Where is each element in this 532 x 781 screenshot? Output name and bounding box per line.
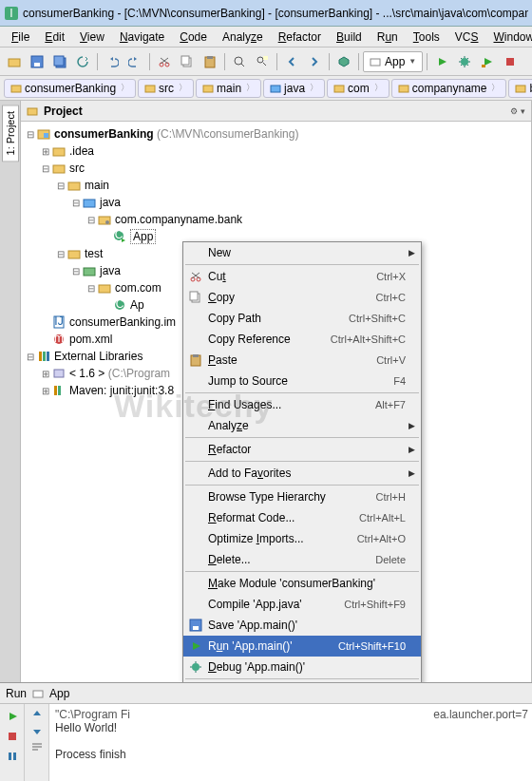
- context-item[interactable]: Debug 'App.main()': [183, 657, 421, 677]
- run-header-label: Run: [6, 687, 27, 700]
- dropdown-arrow-icon: ▼: [408, 57, 416, 66]
- library-icon: [51, 383, 66, 398]
- svg-rect-24: [334, 86, 344, 92]
- crumb-companyname[interactable]: companyname〉: [391, 79, 507, 98]
- run-icon: [187, 638, 204, 654]
- run-icon[interactable]: [431, 51, 452, 72]
- menu-file[interactable]: File: [4, 29, 37, 46]
- context-item[interactable]: CutCtrl+X: [183, 266, 421, 287]
- context-item[interactable]: Browse Type HierarchyCtrl+H: [183, 486, 421, 507]
- context-item[interactable]: Run 'App.main()'Ctrl+Shift+F10: [183, 636, 421, 657]
- svg-rect-20: [11, 86, 21, 92]
- menu-build[interactable]: Build: [329, 29, 370, 46]
- svg-rect-66: [33, 691, 43, 697]
- context-item[interactable]: CopyCtrl+C: [183, 287, 421, 308]
- debug-icon: [187, 659, 204, 675]
- forward-icon[interactable]: [304, 51, 325, 72]
- cut-icon: [187, 269, 204, 284]
- menu-code[interactable]: Code: [172, 29, 215, 46]
- redo-icon[interactable]: [124, 51, 145, 72]
- open-file-icon[interactable]: [4, 51, 25, 72]
- source-folder-icon: [82, 195, 97, 210]
- context-item[interactable]: Make Module 'consumerBanking': [183, 573, 421, 594]
- package-icon: [97, 280, 112, 295]
- back-icon[interactable]: [281, 51, 302, 72]
- crumb-src[interactable]: src〉: [138, 79, 194, 98]
- pause-icon[interactable]: [4, 748, 21, 765]
- svg-rect-41: [84, 268, 95, 276]
- tree-test-java: java: [100, 264, 121, 277]
- context-item[interactable]: Copy ReferenceCtrl+Alt+Shift+C: [183, 329, 421, 350]
- svg-rect-29: [28, 108, 37, 115]
- cut-icon[interactable]: [154, 51, 175, 72]
- context-item[interactable]: Save 'App.main()': [183, 615, 421, 636]
- menu-window[interactable]: Window: [485, 29, 532, 46]
- menu-navigate[interactable]: Navigate: [112, 29, 172, 46]
- svg-rect-32: [53, 148, 65, 156]
- folder-icon: [270, 83, 281, 94]
- menu-tools[interactable]: Tools: [406, 29, 447, 46]
- crumb-java[interactable]: java〉: [263, 79, 325, 98]
- context-item[interactable]: Optimize Imports...Ctrl+Alt+O: [183, 528, 421, 549]
- save-all-icon[interactable]: [49, 51, 70, 72]
- project-header-title: Project: [44, 105, 83, 118]
- context-item[interactable]: Reformat Code...Ctrl+Alt+L: [183, 507, 421, 528]
- menu-vcs[interactable]: VCS: [447, 29, 486, 46]
- crumb-com[interactable]: com〉: [327, 79, 390, 98]
- svg-rect-22: [203, 86, 213, 92]
- rerun-icon[interactable]: [4, 708, 21, 725]
- context-item[interactable]: Refactor▶: [183, 439, 421, 460]
- svg-point-37: [105, 220, 109, 224]
- crumb-bank[interactable]: bank〉: [508, 79, 532, 98]
- paste-icon[interactable]: [200, 51, 220, 72]
- blank-icon: [187, 245, 204, 260]
- wrap-icon[interactable]: [30, 740, 44, 753]
- menu-refactor[interactable]: Refactor: [271, 29, 329, 46]
- crumb-project[interactable]: consumerBanking〉: [4, 79, 136, 98]
- sync-icon[interactable]: [72, 51, 93, 72]
- blank-icon: [187, 510, 204, 525]
- menu-view[interactable]: View: [72, 29, 112, 46]
- svg-text:I: I: [10, 7, 12, 20]
- context-item[interactable]: New▶: [183, 242, 421, 263]
- project-tool-button[interactable]: 1: Project: [2, 105, 19, 162]
- context-item[interactable]: Add to Favorites▶: [183, 463, 421, 484]
- tree-test-pkg: com.com: [115, 281, 162, 295]
- context-item[interactable]: Delete...Delete: [183, 549, 421, 570]
- context-item[interactable]: Compile 'App.java'Ctrl+Shift+F9: [183, 594, 421, 615]
- copy-icon[interactable]: [177, 51, 198, 72]
- svg-rect-67: [9, 733, 16, 740]
- settings-dropdown-icon[interactable]: ⚙ ▾: [510, 106, 525, 116]
- make-icon[interactable]: [333, 51, 354, 72]
- svg-rect-21: [145, 86, 155, 92]
- tree-src: src: [69, 162, 85, 175]
- svg-rect-50: [43, 352, 46, 361]
- svg-rect-49: [39, 352, 42, 361]
- console-output[interactable]: "C:\Program Fiea.launcher.port=7 Hello W…: [49, 704, 532, 781]
- down-icon[interactable]: [30, 724, 44, 737]
- crumb-main[interactable]: main〉: [196, 79, 261, 98]
- up-icon[interactable]: [30, 708, 44, 721]
- context-item[interactable]: PasteCtrl+V: [183, 350, 421, 371]
- tree-main-java: java: [100, 196, 121, 209]
- undo-icon[interactable]: [102, 51, 123, 72]
- menu-analyze[interactable]: Analyze: [215, 29, 271, 46]
- save-icon[interactable]: [27, 51, 48, 72]
- coverage-icon[interactable]: [477, 51, 498, 72]
- replace-icon[interactable]: [252, 51, 273, 72]
- app-icon: I: [4, 6, 19, 21]
- stop-icon[interactable]: [500, 51, 521, 72]
- debug-icon[interactable]: [454, 51, 475, 72]
- svg-point-14: [257, 57, 263, 63]
- menu-run[interactable]: Run: [370, 29, 406, 46]
- svg-point-13: [235, 57, 242, 65]
- svg-rect-23: [271, 86, 280, 92]
- find-icon[interactable]: [229, 51, 250, 72]
- run-config-selector[interactable]: App ▼: [363, 51, 423, 72]
- stop-icon[interactable]: [4, 728, 21, 745]
- menu-edit[interactable]: Edit: [37, 29, 72, 46]
- svg-point-17: [461, 58, 468, 66]
- context-item[interactable]: Copy PathCtrl+Shift+C: [183, 308, 421, 329]
- title-bar: I consumerBanking - [C:\MVN\consumerBank…: [0, 0, 532, 27]
- svg-rect-19: [506, 58, 514, 66]
